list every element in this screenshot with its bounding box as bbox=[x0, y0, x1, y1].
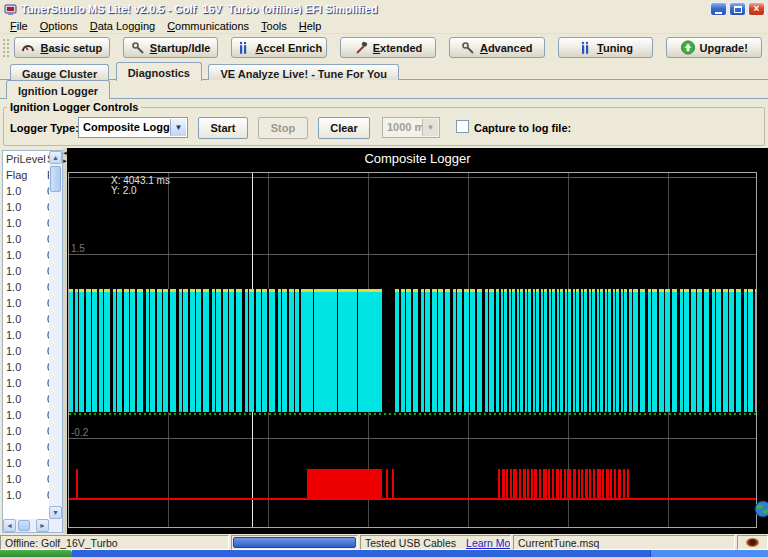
wave-gap bbox=[143, 289, 146, 412]
sec-wave-pulse bbox=[602, 469, 604, 498]
wave-gap bbox=[753, 289, 755, 412]
logger-type-combo[interactable]: Composite Logger ▼ bbox=[78, 117, 188, 138]
capture-label: Capture to log file: bbox=[474, 122, 571, 134]
sec-wave-pulse bbox=[531, 469, 533, 498]
table-row: 1.00 bbox=[6, 201, 49, 217]
upgrade-globe-icon bbox=[681, 41, 695, 55]
restore-button[interactable] bbox=[729, 2, 746, 16]
menu-options[interactable]: Options bbox=[34, 19, 84, 33]
wave-gap bbox=[84, 289, 86, 412]
wave-gap bbox=[456, 289, 457, 412]
vertical-scrollbar[interactable]: ▲ ▼ bbox=[49, 151, 62, 519]
sec-wave-pulse bbox=[618, 469, 621, 498]
capture-checkbox[interactable] bbox=[456, 120, 469, 133]
advanced-button[interactable]: Advanced bbox=[449, 37, 545, 58]
scrollbar-thumb[interactable] bbox=[18, 520, 30, 531]
menu-help[interactable]: Help bbox=[293, 19, 328, 33]
wave-gap bbox=[201, 289, 203, 412]
wave-gap bbox=[195, 289, 196, 412]
windows-taskbar bbox=[0, 550, 768, 557]
menu-communications[interactable]: Communications bbox=[161, 19, 255, 33]
sec-wave-pulse bbox=[560, 469, 562, 498]
sec-wave-pulse bbox=[606, 469, 609, 498]
wave-gap bbox=[116, 289, 117, 412]
title-bar[interactable]: TunerStudio MS Lite! v2.0.5 - Golf_16V_T… bbox=[0, 0, 768, 18]
table-row: 1.00 bbox=[6, 265, 49, 281]
wave-gap bbox=[551, 289, 552, 412]
logger-table: PriLevelS FlagF 1.001.001.001.001.001.00… bbox=[3, 151, 49, 519]
wave-gap bbox=[591, 289, 592, 412]
tab-diagnostics[interactable]: Diagnostics bbox=[116, 62, 202, 81]
wave-gap bbox=[281, 289, 282, 412]
wave-gap bbox=[443, 289, 445, 412]
usb-ad-text: Tested USB Cables bbox=[365, 537, 456, 549]
table-row: 1.00 bbox=[6, 425, 49, 441]
usb-ad-cell: Tested USB Cables Learn More! bbox=[360, 535, 511, 550]
wave-gap bbox=[254, 289, 256, 412]
close-button[interactable]: × bbox=[748, 2, 765, 16]
comm-led-icon bbox=[746, 538, 759, 547]
wave-gap bbox=[519, 289, 520, 412]
wave-gap bbox=[511, 289, 512, 412]
wave-gap bbox=[677, 289, 680, 412]
sec-wave-pulse bbox=[623, 469, 625, 498]
wave-gap bbox=[287, 289, 289, 412]
tab-ignition-logger[interactable]: Ignition Logger bbox=[6, 80, 110, 99]
clear-button[interactable]: Clear bbox=[318, 117, 370, 139]
basic-setup-button[interactable]: Basic setup bbox=[14, 37, 110, 58]
wave-gap bbox=[539, 289, 541, 412]
toolbar-grip bbox=[2, 38, 10, 58]
learn-more-link[interactable]: Learn More! bbox=[466, 537, 511, 549]
wave-gap bbox=[482, 289, 485, 412]
startup-idle-button[interactable]: Startup/Idle bbox=[123, 37, 219, 58]
start-button-stub[interactable] bbox=[0, 550, 72, 557]
scroll-right-icon[interactable]: ► bbox=[36, 519, 49, 532]
wave-gap bbox=[702, 289, 704, 412]
wave-gap bbox=[248, 289, 249, 412]
connection-status: Offline: Golf_16V_Turbo bbox=[0, 535, 229, 550]
minimize-button[interactable] bbox=[710, 2, 727, 16]
wave-gap bbox=[499, 289, 501, 412]
extended-button[interactable]: Extended bbox=[340, 37, 436, 58]
table-row: 1.00 bbox=[6, 377, 49, 393]
scrollbar-thumb[interactable] bbox=[50, 166, 61, 192]
menu-data-logging[interactable]: Data Logging bbox=[84, 19, 161, 33]
wave-gap bbox=[261, 289, 262, 412]
stop-button[interactable]: Stop bbox=[258, 117, 308, 139]
wave-gap bbox=[462, 289, 464, 412]
wave-gap bbox=[188, 289, 190, 412]
wave-gap bbox=[299, 289, 301, 412]
scroll-down-icon[interactable]: ▼ bbox=[49, 506, 62, 519]
wave-gap bbox=[337, 289, 338, 412]
wave-gap bbox=[527, 289, 528, 412]
h-gridline bbox=[69, 254, 756, 255]
table-row: 1.00 bbox=[6, 329, 49, 345]
wave-gap bbox=[424, 289, 425, 412]
tuning-button[interactable]: Tuning bbox=[558, 37, 654, 58]
composite-plot[interactable]: X: 4043.1 ms Y: 2.0 1.5-0.2 bbox=[68, 172, 757, 528]
upgrade-button[interactable]: Upgrade! bbox=[666, 37, 762, 58]
scroll-left-icon[interactable]: ◄ bbox=[3, 519, 16, 532]
sec-wave-pulse bbox=[502, 469, 505, 498]
horizontal-scrollbar[interactable]: ◄ ► bbox=[3, 519, 49, 532]
sec-wave-pulse bbox=[585, 469, 588, 498]
start-button[interactable]: Start bbox=[198, 117, 248, 139]
wave-gap bbox=[595, 289, 597, 412]
wave-gap bbox=[405, 289, 406, 412]
wave-gap bbox=[475, 289, 477, 412]
wave-gap bbox=[603, 289, 605, 412]
group-title: Ignition Logger Controls bbox=[7, 101, 141, 113]
sec-wave-pulse bbox=[523, 469, 526, 498]
wave-gap bbox=[611, 289, 613, 412]
wave-gap bbox=[494, 289, 496, 412]
chevron-down-icon[interactable]: ▼ bbox=[422, 119, 438, 136]
scroll-up-icon[interactable]: ▲ bbox=[49, 151, 62, 164]
wave-gap bbox=[615, 289, 616, 412]
menu-file[interactable]: File bbox=[4, 19, 34, 33]
wave-gap bbox=[503, 289, 504, 412]
interval-combo[interactable]: 1000 ms ▼ bbox=[382, 117, 440, 138]
wave-gap bbox=[567, 289, 568, 412]
menu-tools[interactable]: Tools bbox=[255, 19, 293, 33]
accel-enrich-button[interactable]: Accel Enrich bbox=[231, 37, 327, 58]
chevron-down-icon[interactable]: ▼ bbox=[170, 119, 186, 136]
